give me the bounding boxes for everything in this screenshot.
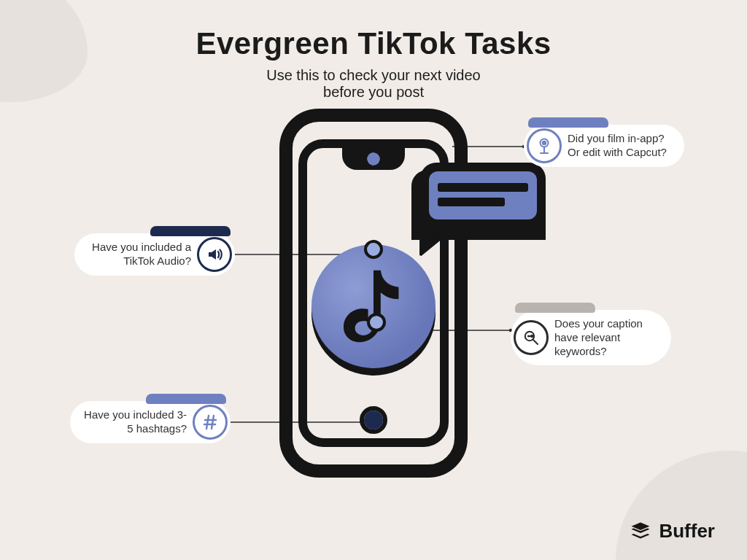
anchor-caption — [370, 316, 383, 329]
callout-film-in-app: Did you film in-app? Or edit with Capcut… — [524, 125, 684, 167]
anchor-audio — [367, 243, 380, 256]
callout-tab — [515, 303, 595, 313]
buffer-icon — [630, 521, 651, 542]
phone-camera-dot — [367, 152, 380, 166]
callout-text: Did you film in-app? Or edit with Capcut… — [568, 132, 674, 160]
subtitle-line-2: before you post — [323, 84, 424, 100]
anchor-hashtag — [364, 411, 383, 429]
sound-icon — [197, 237, 232, 272]
svg-rect-19 — [543, 142, 546, 144]
subtitle-line-1: Use this to check your next video — [266, 67, 480, 83]
tiktok-note-icon — [344, 270, 403, 343]
bubble-line-2 — [438, 198, 505, 206]
brand-name: Buffer — [659, 520, 715, 542]
svg-line-21 — [533, 340, 538, 344]
ringlight-icon — [527, 128, 562, 163]
callout-tab — [528, 117, 608, 128]
diagram-stage: Have you included a TikTok Audio? Have y… — [0, 98, 747, 492]
callout-text: Have you included 3-5 hashtags? — [80, 408, 187, 436]
page-title: Evergreen TikTok Tasks — [0, 26, 747, 61]
tiktok-disc — [311, 244, 436, 368]
callout-hashtags: Have you included 3-5 hashtags? — [70, 401, 231, 443]
hashtag-icon — [193, 405, 228, 440]
callout-audio: Have you included a TikTok Audio? — [74, 233, 235, 276]
callout-caption-keywords: Does your caption have relevant keywords… — [511, 310, 671, 365]
callout-tab — [150, 226, 231, 236]
callout-text: Does your caption have relevant keywords… — [554, 317, 661, 358]
search-key-icon — [514, 320, 549, 355]
header: Evergreen TikTok Tasks Use this to check… — [0, 0, 747, 101]
bubble-line-1 — [438, 183, 528, 192]
callout-text: Have you included a TikTok Audio? — [85, 241, 191, 268]
svg-line-14 — [212, 416, 214, 429]
callout-tab — [146, 394, 226, 404]
page-subtitle: Use this to check your next video before… — [0, 67, 747, 101]
phone-notch — [342, 145, 405, 170]
svg-line-13 — [206, 416, 209, 429]
brand-logo: Buffer — [630, 520, 715, 542]
